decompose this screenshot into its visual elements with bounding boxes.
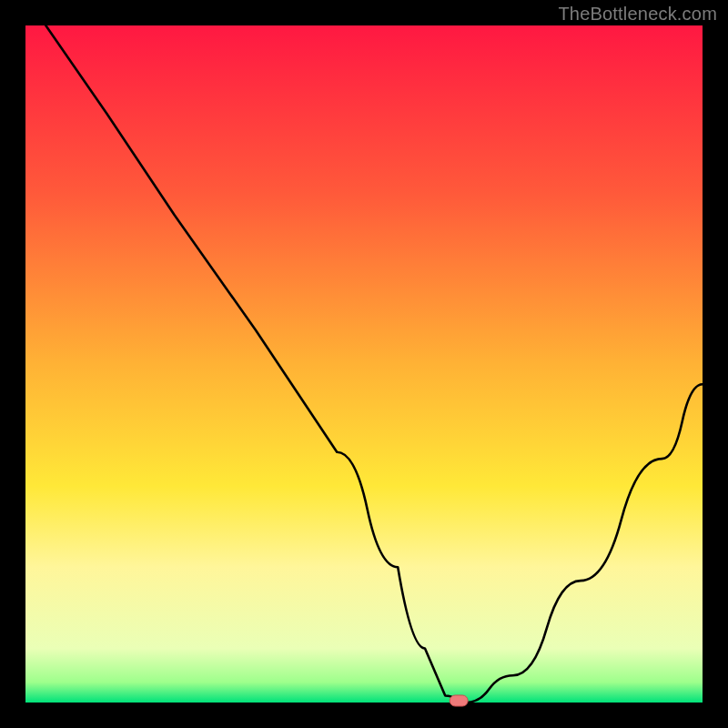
chart-frame: TheBottleneck.com [0,0,728,728]
watermark-text: TheBottleneck.com [558,4,717,25]
bottleneck-chart [0,0,728,728]
minimum-marker [450,695,468,706]
plot-area-background [25,25,703,703]
